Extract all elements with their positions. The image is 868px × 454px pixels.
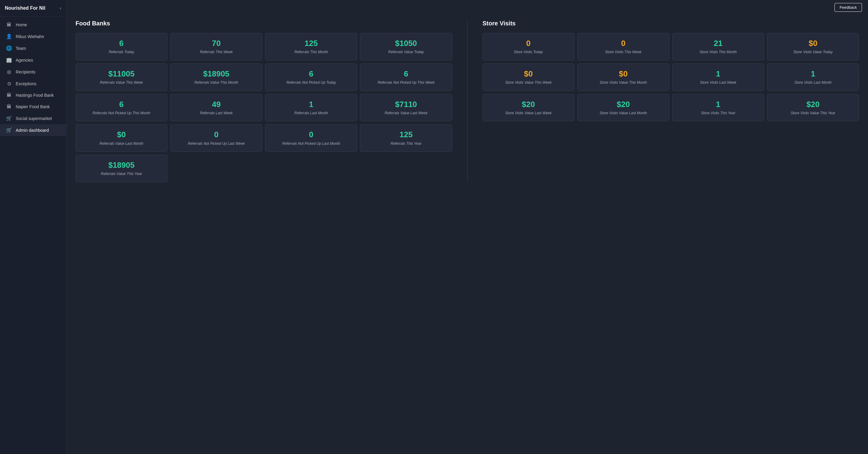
- food-banks-stat-2: 125 Referrals This Month: [265, 33, 357, 60]
- stat-label: Referrals Value This Year: [101, 172, 142, 176]
- stat-label: Referrals Today: [109, 50, 134, 55]
- stat-label: Store Visits Last Week: [700, 80, 736, 85]
- app-title: Nourished For Nil: [5, 5, 45, 11]
- stat-label: Store Visits Value This Month: [599, 80, 647, 85]
- stat-value: $0: [524, 69, 533, 79]
- sidebar: Nourished For Nil ‹ 🏛 Home 👤 Rikus Wieha…: [0, 0, 66, 454]
- food-banks-stat-3: $1050 Referrals Value Today: [360, 33, 452, 60]
- food-banks-stat-6: 6 Referrals Not Picked Up Today: [265, 63, 357, 91]
- store-visits-stat-3: $0 Store Visits Value Today: [767, 33, 859, 60]
- stat-value: 0: [526, 39, 530, 48]
- store-visits-stat-5: $0 Store Visits Value This Month: [578, 63, 669, 91]
- store-visits-stat-9: $20 Store Visits Value Last Month: [578, 94, 669, 121]
- stat-value: $0: [117, 130, 126, 139]
- stat-label: Referrals Not Picked Up Last Month: [282, 141, 340, 146]
- store-visits-stat-8: $20 Store Visits Value Last Week: [483, 94, 575, 121]
- exceptions-icon: ⊙: [6, 81, 12, 86]
- sidebar-collapse-icon[interactable]: ‹: [60, 5, 61, 11]
- store-visits-grid: 0 Store Visits Today 0 Store Visits This…: [483, 33, 859, 121]
- stat-label: Store Visits Today: [514, 50, 543, 55]
- stat-value: 0: [621, 39, 625, 48]
- stat-value: $18905: [203, 69, 229, 79]
- stat-label: Store Visits Value Last Week: [505, 111, 552, 116]
- food-banks-section: Food Banks 6 Referrals Today 70 Referral…: [75, 20, 452, 182]
- admin-icon: 🛒: [6, 127, 12, 133]
- sidebar-item-label-admin: Admin dashboard: [16, 128, 49, 133]
- stat-label: Referrals Not Picked Up This Week: [377, 80, 435, 85]
- stat-label: Referrals Value This Month: [194, 80, 238, 85]
- stat-label: Store Visits Value This Week: [505, 80, 552, 85]
- sidebar-item-label-team: Team: [16, 46, 26, 51]
- sidebar-item-label-user: Rikus Wiehahn: [16, 34, 44, 39]
- dashboard-content: Food Banks 6 Referrals Today 70 Referral…: [66, 11, 868, 194]
- stat-value: 70: [212, 39, 221, 48]
- food-banks-stat-9: 49 Referrals Last Week: [170, 94, 262, 121]
- stat-value: 21: [714, 39, 722, 48]
- stat-label: Store Visits Value Today: [794, 50, 833, 55]
- stat-label: Store Visits Value This Year: [791, 111, 835, 116]
- main-content: Feedback Food Banks 6 Referrals Today 70…: [66, 0, 868, 454]
- food-banks-stat-13: 0 Referrals Not Picked Up Last Week: [170, 124, 262, 152]
- store-visits-stat-11: $20 Store Visits Value This Year: [767, 94, 859, 121]
- feedback-button[interactable]: Feedback: [835, 3, 862, 12]
- food-banks-stat-16: $18905 Referrals Value This Year: [75, 155, 167, 182]
- sidebar-item-user[interactable]: 👤 Rikus Wiehahn: [0, 31, 66, 42]
- stat-label: Referrals Not Picked Up Today: [286, 80, 336, 85]
- stat-value: 1: [811, 69, 815, 79]
- stat-label: Referrals Value Last Month: [100, 141, 144, 146]
- stat-label: Referrals Not Picked Up Last Week: [188, 141, 245, 146]
- sidebar-item-home[interactable]: 🏛 Home: [0, 19, 66, 31]
- stat-label: Store Visits Last Month: [794, 80, 832, 85]
- sidebar-item-social[interactable]: 🛒 Social supermarket: [0, 112, 66, 124]
- store-visits-stat-6: 1 Store Visits Last Week: [672, 63, 764, 91]
- top-bar: Feedback: [829, 0, 868, 15]
- agencies-icon: 🏢: [6, 57, 12, 63]
- food-banks-stat-4: $11005 Referrals Value This Week: [75, 63, 167, 91]
- store-visits-section: Store Visits 0 Store Visits Today 0 Stor…: [483, 20, 859, 121]
- food-banks-grid: 6 Referrals Today 70 Referrals This Week…: [75, 33, 452, 182]
- store-visits-title: Store Visits: [483, 20, 859, 27]
- stat-value: 49: [212, 100, 221, 109]
- stat-value: $20: [617, 100, 630, 109]
- team-icon: 🌐: [6, 45, 12, 51]
- stat-label: Store Visits This Month: [700, 50, 737, 55]
- sidebar-item-recipients[interactable]: ◎ Recipients: [0, 66, 66, 78]
- stat-value: $20: [806, 100, 819, 109]
- sidebar-nav: 🏛 Home 👤 Rikus Wiehahn 🌐 Team 🏢 Agencies…: [0, 17, 66, 454]
- food-banks-stat-1: 70 Referrals This Week: [170, 33, 262, 60]
- stat-label: Referrals Last Month: [294, 111, 328, 116]
- user-icon: 👤: [6, 33, 12, 39]
- recipients-icon: ◎: [6, 69, 12, 75]
- stat-label: Store Visits Value Last Month: [599, 111, 647, 116]
- stat-value: $0: [808, 39, 817, 48]
- sidebar-item-admin[interactable]: 🛒 Admin dashboard: [0, 124, 66, 136]
- food-banks-stat-5: $18905 Referrals Value This Month: [170, 63, 262, 91]
- stat-label: Referrals Not Picked Up This Month: [92, 111, 150, 116]
- stat-label: Referrals Last Week: [200, 111, 233, 116]
- sidebar-item-exceptions[interactable]: ⊙ Exceptions: [0, 78, 66, 89]
- sidebar-item-team[interactable]: 🌐 Team: [0, 42, 66, 54]
- stat-value: 1: [716, 100, 720, 109]
- sidebar-item-label-exceptions: Exceptions: [16, 81, 36, 86]
- hastings-icon: 🏛: [6, 92, 12, 98]
- stat-label: Referrals This Month: [294, 50, 328, 55]
- sections-row: Food Banks 6 Referrals Today 70 Referral…: [75, 20, 859, 182]
- sidebar-item-agencies[interactable]: 🏢 Agencies: [0, 54, 66, 66]
- store-visits-stat-2: 21 Store Visits This Month: [672, 33, 764, 60]
- stat-value: 125: [400, 130, 412, 139]
- food-banks-stat-8: 6 Referrals Not Picked Up This Month: [75, 94, 167, 121]
- stat-label: Referrals Value Last Week: [384, 111, 427, 116]
- food-banks-stat-14: 0 Referrals Not Picked Up Last Month: [265, 124, 357, 152]
- food-banks-stat-10: 1 Referrals Last Month: [265, 94, 357, 121]
- store-visits-stat-0: 0 Store Visits Today: [483, 33, 575, 60]
- food-banks-stat-11: $7110 Referrals Value Last Week: [360, 94, 452, 121]
- stat-value: 6: [119, 39, 124, 48]
- sidebar-item-label-agencies: Agencies: [16, 58, 33, 63]
- sidebar-item-hastings[interactable]: 🏛 Hastings Food Bank: [0, 89, 66, 101]
- stat-value: $7110: [395, 100, 417, 109]
- stat-value: 6: [404, 69, 408, 79]
- stat-value: $1050: [395, 39, 417, 48]
- sidebar-item-napier[interactable]: 🏛 Napier Food Bank: [0, 101, 66, 112]
- store-visits-stat-10: 1 Store Visits This Year: [672, 94, 764, 121]
- sidebar-item-label-social: Social supermarket: [16, 116, 52, 121]
